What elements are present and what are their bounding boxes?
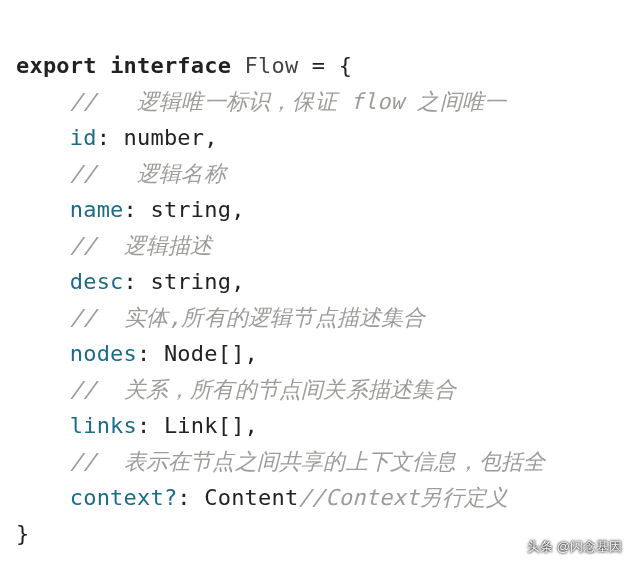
open-brace: { <box>339 53 352 78</box>
type-string: string <box>150 197 231 222</box>
prop-id: id <box>70 125 97 150</box>
type-content: Content <box>204 485 298 510</box>
interface-name: Flow <box>245 53 299 78</box>
type-string2: string <box>150 269 231 294</box>
svg-rect-1 <box>513 553 519 554</box>
prop-desc: desc <box>70 269 124 294</box>
comment-links: // 关系，所有的节点间关系描述集合 <box>70 377 457 402</box>
comment-nodes: // 实体,所有的逻辑节点描述集合 <box>70 305 426 330</box>
comment-id: // 逻辑唯一标识，保证 flow 之间唯一 <box>70 89 507 114</box>
type-linkarr: Link[] <box>164 413 245 438</box>
svg-rect-2 <box>513 556 519 557</box>
svg-rect-0 <box>511 550 522 561</box>
code-block: export interface Flow = { // 逻辑唯一标识，保证 f… <box>0 0 640 552</box>
type-nodearr: Node[] <box>164 341 245 366</box>
prop-name: name <box>70 197 124 222</box>
prop-nodes: nodes <box>70 341 137 366</box>
comment-context: // 表示在节点之间共享的上下文信息，包括全 <box>70 449 546 474</box>
comment-desc: // 逻辑描述 <box>70 233 213 258</box>
watermark: 头条 @闪念基因 <box>509 529 622 565</box>
comment-trail: //Context另行定义 <box>298 485 508 510</box>
type-number: number <box>124 125 205 150</box>
comment-name: // 逻辑名称 <box>70 161 226 186</box>
toutiao-icon <box>509 540 523 554</box>
watermark-text: 头条 @闪念基因 <box>527 529 622 565</box>
prop-links: links <box>70 413 137 438</box>
keyword-interface: interface <box>110 53 231 78</box>
prop-context: context? <box>70 485 178 510</box>
close-brace: } <box>16 521 29 546</box>
equals: = <box>312 53 325 78</box>
keyword-export: export <box>16 53 97 78</box>
